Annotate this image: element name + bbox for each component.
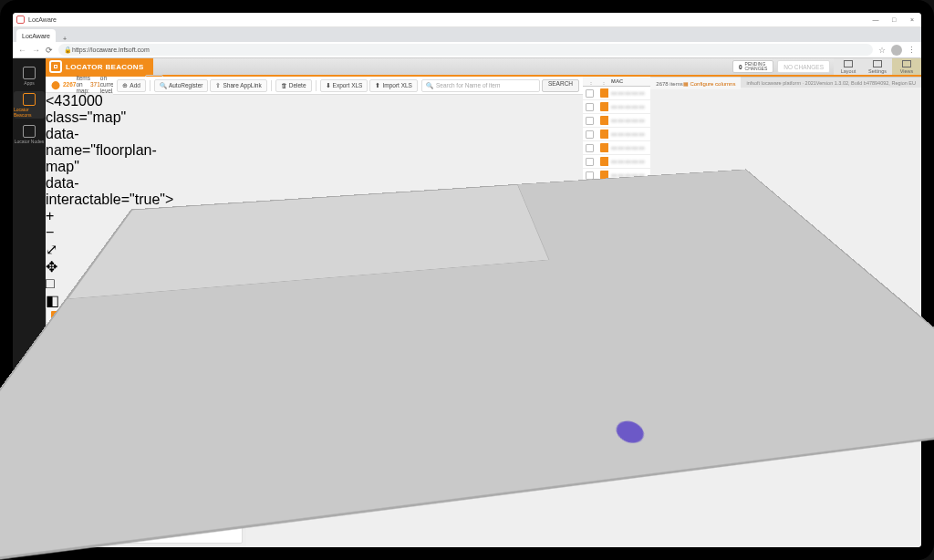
table-row[interactable]: xx:xx:xx:xx:xx1011/16/2021 21:40…00 04 0…: [583, 155, 650, 169]
hdr-layout-button[interactable]: Layout: [834, 58, 863, 75]
window-max[interactable]: □: [885, 16, 903, 23]
app-icon: [16, 16, 25, 24]
export-xls-button[interactable]: ⬇Export XLS: [320, 79, 368, 92]
sidebar-item-locator-beacons[interactable]: Locator Beacons: [14, 91, 45, 119]
mac-cell: xx:xx:xx:xx:xx: [611, 90, 645, 96]
search-icon: 🔍: [426, 82, 433, 89]
eye-icon: [902, 60, 911, 67]
os-titlebar: LocAware — □ ×: [13, 13, 921, 27]
beacon-icon: [600, 88, 608, 98]
nav-fwd-icon[interactable]: →: [32, 46, 40, 55]
row-checkbox[interactable]: [586, 103, 594, 111]
row-checkbox[interactable]: [586, 171, 594, 180]
window-min[interactable]: —: [867, 16, 885, 23]
pending-changes-button[interactable]: 0 PENDING CHANGES: [732, 60, 773, 73]
row-checkbox[interactable]: [586, 89, 594, 98]
trash-icon: 🗑: [281, 82, 287, 88]
row-checkbox[interactable]: [586, 144, 594, 152]
col-1[interactable]: [596, 77, 608, 87]
beacon-icon: [23, 93, 36, 106]
row-checkbox[interactable]: [586, 130, 594, 139]
table-row[interactable]: xx:xx:xx:xx:xx1011/16/2021 21:40…00 04 0…: [583, 114, 650, 128]
mac-cell: xx:xx:xx:xx:xx: [611, 118, 645, 123]
browser-urlbar: ← → ⟳ 🔒 https://locaware.infsoft.com ☆ ⋮: [13, 42, 921, 58]
grid-footer: 2678 items ▦ Configure columns: [650, 77, 741, 89]
row-checkbox[interactable]: [586, 158, 594, 166]
table-row[interactable]: xx:xx:xx:xx:xx1011/17/2021 03:00…00 04 0…: [583, 128, 650, 141]
search-icon: 🔍: [160, 82, 167, 89]
map-tool-0[interactable]: +: [46, 208, 113, 224]
sidebar-item-locator-nodes[interactable]: Locator Nodes: [14, 120, 45, 148]
search-input[interactable]: 🔍Search for Name of item: [421, 79, 540, 92]
address-bar[interactable]: 🔒 https://locaware.infsoft.com: [58, 44, 873, 56]
table-row[interactable]: xx:xx:xx:xx:xx1011/16/2021 21:40…00 0A 0…: [583, 100, 650, 114]
share-applink-button[interactable]: ⇪Share AppLink: [210, 79, 266, 92]
hdr-views-button[interactable]: Views: [892, 58, 921, 75]
no-changes-button: NO CHANGES: [777, 60, 830, 73]
plus-icon: ⊕: [122, 82, 128, 89]
node-icon: [23, 125, 36, 138]
search-button[interactable]: SEARCH: [542, 79, 579, 92]
row-checkbox[interactable]: [586, 117, 594, 125]
delete-button[interactable]: 🗑Delete: [275, 79, 312, 92]
mac-cell: xx:xx:xx:xx:xx: [611, 145, 645, 150]
floorplan-shape: [13, 169, 921, 547]
layout-icon: [844, 60, 853, 67]
col-0[interactable]: [583, 77, 596, 87]
beacon-icon: [600, 143, 608, 152]
grid-toolbar: ⊕Add 🔍AutoRegister ⇪Share AppLink 🗑Delet…: [113, 77, 583, 95]
table-row[interactable]: xx:xx:xx:xx:xx1011/16/2021 21:38…00 04 0…: [583, 141, 650, 155]
lock-icon: 🔒: [64, 47, 72, 54]
configure-columns-link[interactable]: ▦ Configure columns: [683, 80, 736, 87]
beacon-icon: [600, 130, 608, 139]
grid-header-row: MACCONFIG.IDCONFIG.TSCONFIG.DATACONFIG.V…: [583, 77, 650, 87]
page-header: LOCATOR BEACONS 0 PENDING CHANGES NO CHA…: [46, 58, 921, 77]
bookmark-icon[interactable]: ☆: [878, 46, 886, 55]
browser-tabbar: LocAware +: [13, 27, 921, 42]
page-title: LOCATOR BEACONS: [66, 63, 144, 71]
window-close[interactable]: ×: [903, 16, 921, 23]
col-MAC[interactable]: MAC: [608, 77, 650, 87]
brand: LOCATOR BEACONS: [46, 58, 153, 75]
import-xls-button[interactable]: ⬆Import XLS: [369, 79, 418, 92]
share-icon: ⇪: [215, 82, 221, 89]
autoregister-button[interactable]: 🔍AutoRegister: [154, 79, 209, 92]
grid-icon: [23, 67, 36, 79]
menu-icon[interactable]: ⋮: [908, 46, 916, 55]
map-tool-1[interactable]: −: [46, 224, 113, 241]
table-row[interactable]: xx:xx:xx:xx:xx1011/17/2021 03:27…00 04 0…: [583, 87, 650, 100]
sliders-icon: [873, 60, 882, 67]
beacon-icon: [600, 102, 608, 111]
profile-avatar[interactable]: [891, 45, 902, 56]
titlebar-text: LocAware: [28, 16, 57, 23]
brand-logo-icon: [49, 60, 62, 73]
hdr-settings-button[interactable]: Settings: [863, 58, 892, 75]
new-tab-button[interactable]: +: [59, 36, 70, 42]
mac-cell: xx:xx:xx:xx:xx: [611, 159, 645, 164]
app-footer: infsoft locaware platform · 2021Version …: [741, 77, 921, 88]
nav-back-icon[interactable]: ←: [18, 46, 26, 55]
row-count: 2678 items: [656, 81, 682, 87]
browser-tab[interactable]: LocAware: [16, 29, 56, 42]
beacon-icon: [600, 116, 608, 125]
map-info-bar: ⬤ 2267 items on map: 371 on current leve…: [46, 77, 113, 93]
reload-icon[interactable]: ⟳: [46, 46, 53, 55]
mac-cell: xx:xx:xx:xx:xx: [611, 104, 645, 109]
add-button[interactable]: ⊕Add: [117, 79, 146, 92]
upload-icon: ⬆: [375, 82, 380, 89]
beacon-icon: [600, 157, 608, 166]
sidebar-item-apps[interactable]: Apps: [14, 62, 45, 89]
map-pin-icon: ⬤: [51, 80, 60, 89]
download-icon: ⬇: [326, 82, 331, 89]
mac-cell: xx:xx:xx:xx:xx: [611, 131, 645, 137]
